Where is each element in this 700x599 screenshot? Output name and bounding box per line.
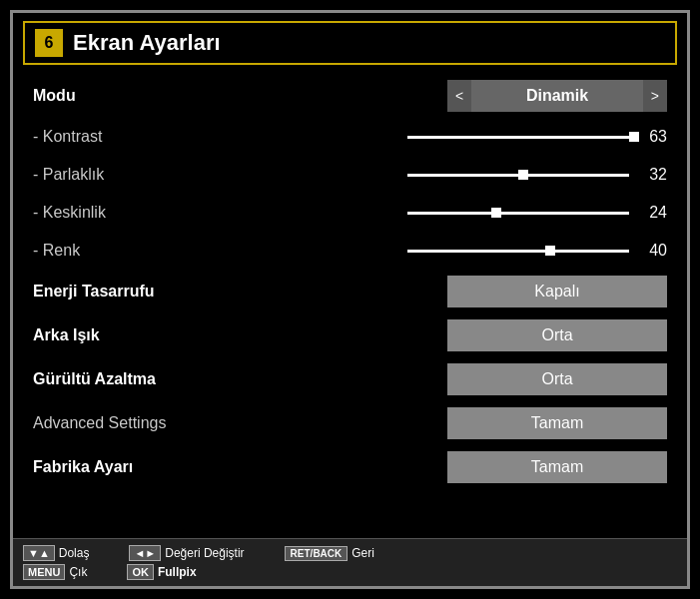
nav-ok-label: Fullpix: [158, 565, 197, 579]
slider-container-renk[interactable]: 40: [407, 242, 667, 260]
settings-row-kontrast: - Kontrast63: [33, 119, 667, 155]
settings-row-renk: - Renk40: [33, 233, 667, 269]
nav-change-value: ◄► Değeri Değiştir: [129, 545, 244, 561]
nav-menu-label: Çık: [69, 565, 87, 579]
row-control-fabrika-ayari[interactable]: Tamam: [253, 451, 667, 483]
ret-back-badge: RET/BACK: [285, 546, 349, 561]
selector-modu[interactable]: <Dinamik>: [447, 80, 667, 112]
slider-container-kontrast[interactable]: 63: [407, 128, 667, 146]
slider-value-keskinlik: 24: [639, 204, 667, 222]
nav-ok: OK Fullpix: [127, 564, 196, 580]
row-label-parlaklik: - Parlaklık: [33, 166, 253, 184]
row-control-parlaklik: 32: [253, 166, 667, 184]
selector-value-modu: Dinamik: [471, 87, 643, 105]
slider-thumb-keskinlik[interactable]: [491, 208, 501, 218]
selector-right-arrow[interactable]: >: [643, 80, 667, 112]
row-control-modu[interactable]: <Dinamik>: [253, 80, 667, 112]
lr-arrows-badge: ◄►: [129, 545, 161, 561]
bottom-bar: ▼▲ Dolaş ◄► Değeri Değiştir RET/BACK Ger…: [13, 538, 687, 586]
settings-row-modu: Modu<Dinamik>: [33, 75, 667, 117]
row-label-enerji-tasarrufu: Enerji Tasarrufu: [33, 283, 253, 300]
row-label-advanced-settings: Advanced Settings: [33, 414, 253, 432]
nav-dolash: ▼▲ Dolaş: [23, 545, 89, 561]
slider-thumb-parlaklik[interactable]: [518, 170, 528, 180]
row-label-renk: - Renk: [33, 242, 253, 260]
settings-row-fabrika-ayari: Fabrika AyarıTamam: [33, 446, 667, 488]
row-control-advanced-settings[interactable]: Tamam: [253, 407, 667, 439]
row-control-arka-isik[interactable]: Orta: [253, 319, 667, 351]
settings-row-arka-isik: Arka IşıkOrta: [33, 314, 667, 356]
bottom-row-2: MENU Çık OK Fullpix: [23, 564, 677, 580]
slider-value-parlaklik: 32: [639, 166, 667, 184]
slider-container-parlaklik[interactable]: 32: [407, 166, 667, 184]
slider-track-renk[interactable]: [407, 250, 629, 253]
screen: 6 Ekran Ayarları Modu<Dinamik>- Kontrast…: [10, 10, 690, 589]
row-label-keskinlik: - Keskinlik: [33, 204, 253, 222]
title-icon: 6: [35, 29, 63, 57]
row-label-kontrast: - Kontrast: [33, 128, 253, 146]
row-control-kontrast: 63: [253, 128, 667, 146]
settings-row-advanced-settings: Advanced SettingsTamam: [33, 402, 667, 444]
settings-row-gurultu-azaltma: Gürültü AzaltmaOrta: [33, 358, 667, 400]
row-label-fabrika-ayari: Fabrika Ayarı: [33, 458, 253, 476]
button-gurultu-azaltma[interactable]: Orta: [447, 363, 667, 395]
row-label-modu: Modu: [33, 87, 253, 105]
slider-value-kontrast: 63: [639, 128, 667, 146]
settings-row-keskinlik: - Keskinlik24: [33, 195, 667, 231]
slider-track-parlaklik[interactable]: [407, 174, 629, 177]
nav-menu: MENU Çık: [23, 564, 87, 580]
nav-arrows-badge: ▼▲: [23, 545, 55, 561]
settings-row-enerji-tasarrufu: Enerji TasarrufuKapalı: [33, 271, 667, 312]
settings-content: Modu<Dinamik>- Kontrast63- Parlaklık32- …: [13, 69, 687, 538]
slider-track-keskinlik[interactable]: [407, 212, 629, 215]
button-fabrika-ayari[interactable]: Tamam: [447, 451, 667, 483]
nav-back-label: Geri: [351, 546, 374, 560]
slider-container-keskinlik[interactable]: 24: [407, 204, 667, 222]
bottom-row-1: ▼▲ Dolaş ◄► Değeri Değiştir RET/BACK Ger…: [23, 545, 677, 561]
slider-value-renk: 40: [639, 242, 667, 260]
page-title: Ekran Ayarları: [73, 30, 221, 56]
menu-badge: MENU: [23, 564, 65, 580]
row-label-arka-isik: Arka Işık: [33, 326, 253, 344]
slider-thumb-renk[interactable]: [545, 246, 555, 256]
row-control-enerji-tasarrufu[interactable]: Kapalı: [253, 276, 667, 307]
settings-row-parlaklik: - Parlaklık32: [33, 157, 667, 193]
row-control-renk: 40: [253, 242, 667, 260]
button-advanced-settings[interactable]: Tamam: [447, 407, 667, 439]
row-control-gurultu-azaltma[interactable]: Orta: [253, 363, 667, 395]
title-bar: 6 Ekran Ayarları: [23, 21, 677, 65]
button-enerji-tasarrufu[interactable]: Kapalı: [447, 276, 667, 307]
button-arka-isik[interactable]: Orta: [447, 319, 667, 351]
ok-badge: OK: [127, 564, 154, 580]
nav-change-label: Değeri Değiştir: [165, 546, 244, 560]
slider-track-kontrast[interactable]: [407, 136, 629, 139]
slider-thumb-kontrast[interactable]: [629, 132, 639, 142]
nav-back: RET/BACK Geri: [285, 545, 374, 561]
row-control-keskinlik: 24: [253, 204, 667, 222]
nav-dolash-label: Dolaş: [59, 546, 90, 560]
selector-left-arrow[interactable]: <: [447, 80, 471, 112]
row-label-gurultu-azaltma: Gürültü Azaltma: [33, 370, 253, 388]
